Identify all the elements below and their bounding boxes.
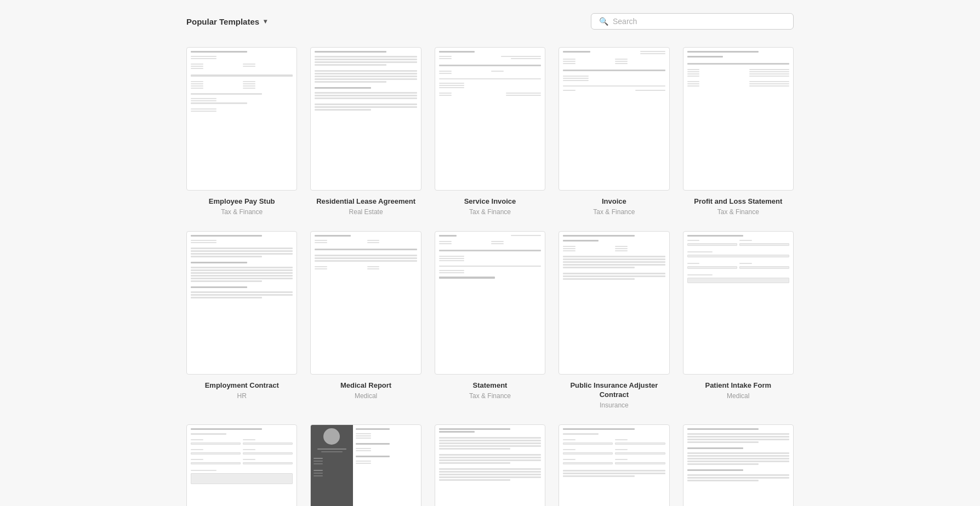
template-category: Tax & Finance [221,208,263,216]
template-category: HR [237,392,247,400]
top-bar: Popular Templates ▾ 🔍 [186,13,794,30]
template-card[interactable]: Employee Pay Stub Tax & Finance [186,47,297,216]
template-name: Public Insurance Adjuster Contract [559,381,669,400]
template-thumbnail [435,231,545,375]
template-thumbnail [435,47,545,191]
template-card[interactable]: Invoice Tax & Finance [559,47,669,216]
popular-templates-button[interactable]: Popular Templates ▾ [186,17,267,26]
template-category: Tax & Finance [469,392,511,400]
template-thumbnail [683,231,794,375]
template-thumbnail [683,47,794,191]
template-thumbnail [186,47,297,191]
template-thumbnail [559,47,669,191]
template-category: Tax & Finance [469,208,511,216]
template-thumbnail [310,231,421,375]
template-thumbnail [310,47,421,191]
template-name: Employee Pay Stub [209,197,275,206]
template-card[interactable]: Purchase Agreement Real Estate [683,424,794,506]
template-name: Profit and Loss Statement [694,197,782,206]
template-card[interactable]: Employment Application Form HR [559,424,669,506]
template-name: Statement [473,381,508,390]
template-card[interactable]: Employment Contract HR [186,231,297,409]
template-thumbnail [559,424,669,506]
search-icon: 🔍 [599,17,608,26]
template-category: Real Estate [349,208,383,216]
template-card[interactable]: Statement Tax & Finance [435,231,545,409]
template-card[interactable]: Residential Lease Agreement Real Estate [310,47,421,216]
template-card[interactable]: Medical Report Medical [310,231,421,409]
templates-grid: Employee Pay Stub Tax & Finance [186,47,794,506]
template-card[interactable]: Profit and Loss Statement Tax & Finance [683,47,794,216]
template-thumbnail [186,424,297,506]
template-name: Medical Report [340,381,391,390]
popular-templates-label: Popular Templates [186,17,259,26]
template-card[interactable]: Service Invoice Tax & Finance [435,47,545,216]
template-name: Invoice [602,197,626,206]
template-thumbnail [683,424,794,506]
template-name: Patient Intake Form [705,381,771,390]
template-card[interactable]: Public Insurance Adjuster Contract Insur… [559,231,669,409]
template-thumbnail [435,424,545,506]
template-card[interactable]: Patient Intake Form Medical [683,231,794,409]
template-category: Tax & Finance [717,208,759,216]
template-card[interactable]: Modern Resume Resume [310,424,421,506]
template-thumbnail [310,424,421,506]
chevron-down-icon: ▾ [264,18,267,25]
template-category: Medical [355,392,377,400]
template-card[interactable]: New Patient Sheet Medical [186,424,297,506]
template-card[interactable]: Non-Disclosure Agreement Legal [435,424,545,506]
template-category: Medical [727,392,749,400]
template-category: Insurance [600,401,629,409]
template-thumbnail [559,231,669,375]
template-name: Residential Lease Agreement [316,197,415,206]
search-box: 🔍 [591,13,794,30]
search-input[interactable] [613,17,785,26]
template-thumbnail [186,231,297,375]
template-name: Service Invoice [464,197,516,206]
template-category: Tax & Finance [593,208,635,216]
template-name: Employment Contract [205,381,279,390]
